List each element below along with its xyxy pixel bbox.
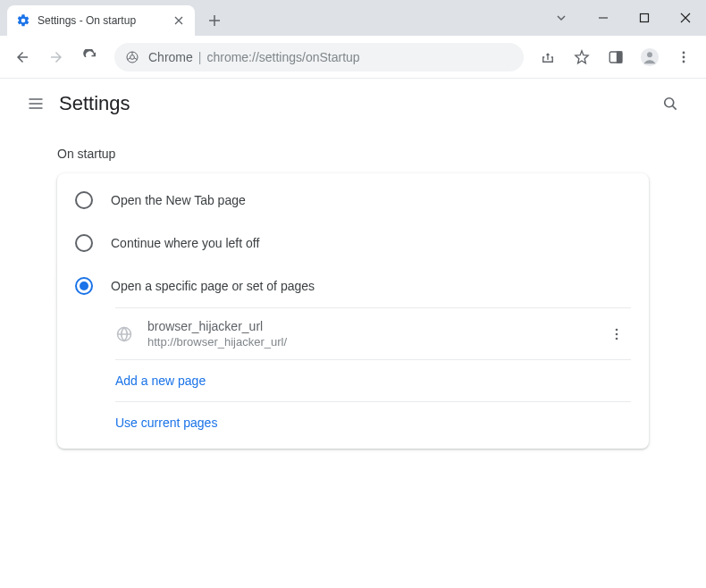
search-icon[interactable] (652, 86, 688, 122)
omnibox-url: chrome://settings/onStartup (206, 50, 359, 64)
minimize-button[interactable] (583, 0, 624, 36)
forward-button[interactable] (41, 42, 71, 72)
use-current-pages-link[interactable]: Use current pages (115, 416, 217, 430)
svg-point-8 (683, 55, 685, 58)
omnibox-chip: Chrome (148, 50, 193, 64)
svg-point-10 (665, 98, 674, 107)
svg-point-2 (130, 55, 135, 59)
svg-point-7 (683, 51, 685, 54)
profile-icon[interactable] (635, 42, 665, 72)
omnibox-separator: | (198, 50, 202, 64)
add-new-page-row: Add a new page (115, 359, 631, 401)
globe-icon (115, 325, 133, 343)
chrome-icon (125, 50, 139, 64)
option-continue[interactable]: Continue where you left off (57, 222, 649, 265)
startup-page-row: browser_hijacker_url http://browser_hija… (115, 308, 631, 359)
use-current-pages-row: Use current pages (115, 401, 631, 443)
startup-page-name: browser_hijacker_url (147, 319, 588, 333)
svg-point-14 (616, 337, 618, 340)
startup-card: Open the New Tab page Continue where you… (57, 173, 649, 449)
radio-label: Continue where you left off (111, 236, 259, 250)
gear-icon (16, 13, 30, 28)
option-specific-pages[interactable]: Open a specific page or set of pages (57, 265, 649, 307)
maximize-button[interactable] (624, 0, 665, 36)
close-tab-icon[interactable] (172, 13, 186, 28)
address-bar: Chrome | chrome://settings/onStartup (0, 36, 706, 79)
radio-label: Open a specific page or set of pages (111, 279, 315, 293)
back-button[interactable] (7, 42, 38, 72)
browser-tab[interactable]: Settings - On startup (7, 5, 195, 36)
svg-point-6 (647, 52, 652, 57)
svg-rect-0 (641, 14, 649, 22)
page-title: Settings (59, 92, 130, 115)
window-titlebar: Settings - On startup (0, 0, 706, 36)
svg-point-12 (616, 328, 618, 331)
radio-icon (75, 277, 93, 295)
settings-content: On startup Open the New Tab page Continu… (0, 129, 706, 449)
option-new-tab[interactable]: Open the New Tab page (57, 179, 649, 222)
reload-button[interactable] (75, 42, 105, 72)
share-icon[interactable] (533, 42, 563, 72)
svg-point-13 (616, 332, 618, 335)
section-title: On startup (57, 147, 649, 161)
settings-header: Settings (0, 79, 706, 129)
add-new-page-link[interactable]: Add a new page (115, 374, 206, 388)
tab-search-icon[interactable] (547, 4, 576, 32)
side-panel-icon[interactable] (601, 42, 631, 72)
radio-label: Open the New Tab page (111, 193, 246, 207)
tab-title: Settings - On startup (38, 14, 172, 27)
close-window-button[interactable] (665, 0, 706, 36)
chrome-menu-icon[interactable] (668, 42, 699, 72)
new-tab-button[interactable] (202, 8, 227, 33)
radio-icon (75, 234, 93, 252)
svg-rect-4 (618, 52, 622, 63)
startup-page-url: http://browser_hijacker_url/ (147, 335, 588, 349)
svg-point-9 (683, 60, 685, 63)
menu-icon[interactable] (18, 86, 54, 122)
omnibox[interactable]: Chrome | chrome://settings/onStartup (114, 43, 524, 71)
more-actions-icon[interactable] (602, 320, 631, 349)
bookmark-icon[interactable] (567, 42, 597, 72)
radio-icon (75, 191, 93, 209)
